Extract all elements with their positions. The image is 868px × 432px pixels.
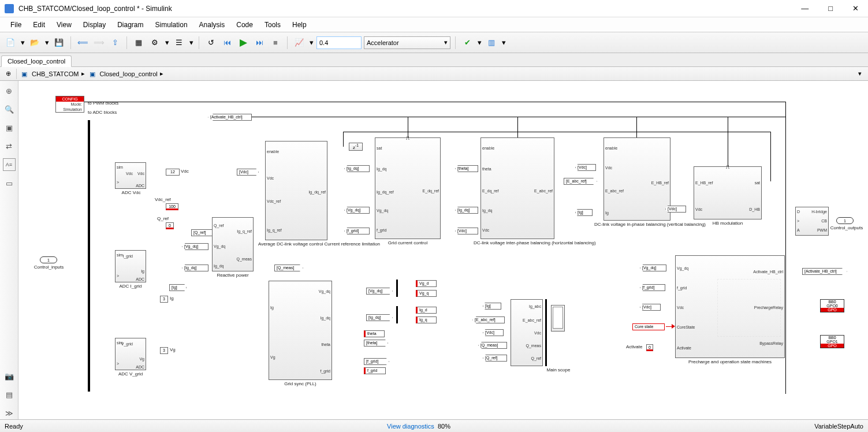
close-button[interactable]: ✕ xyxy=(848,4,863,13)
subsystem-icon: ▣ xyxy=(90,70,98,77)
const-q-ref[interactable]: 0 xyxy=(166,222,174,229)
horiz-balancing-block[interactable]: enable theta E_dq_ref Ig_dq Vdc E_abc_re… xyxy=(480,137,554,239)
dd-4[interactable]: ▾ xyxy=(188,36,194,50)
image-button[interactable]: ▭ xyxy=(3,177,16,189)
menu-diagram[interactable]: Diagram xyxy=(111,21,149,29)
save-button[interactable]: 💾 xyxy=(52,36,66,50)
dd-5[interactable]: ▾ xyxy=(308,36,314,50)
new-model-button[interactable]: 📄 xyxy=(3,36,17,50)
outport-control-outputs[interactable]: 1 xyxy=(836,217,854,224)
goto-q-meas[interactable]: [Q_meas] xyxy=(274,265,303,271)
model-explorer-button[interactable]: ☰ xyxy=(172,36,186,50)
titlebar: CHB_STATCOM/Closed_loop_control * - Simu… xyxy=(0,0,868,17)
window-title: CHB_STATCOM/Closed_loop_control * - Simu… xyxy=(18,5,796,13)
forward-button[interactable]: ⟹ xyxy=(92,36,106,50)
statusbar: Ready View diagnostics 80% VariableStepA… xyxy=(0,419,868,432)
menu-tools[interactable]: Tools xyxy=(259,21,286,29)
sample-time-button[interactable]: ⇄ xyxy=(3,140,16,152)
model-icon: ▣ xyxy=(21,70,29,77)
minimize-button[interactable]: — xyxy=(796,4,813,13)
annotation-button[interactable]: A≡ xyxy=(3,158,16,171)
hbridge-out-block[interactable]: D > A H-bridge CB PWM xyxy=(795,207,829,236)
fit-button[interactable]: ▣ xyxy=(3,121,16,134)
dd-2[interactable]: ▾ xyxy=(44,36,50,50)
breadcrumb-bar: ⊕ ▣CHB_STATCOM▸ ▣Closed_loop_control▸ ▾ xyxy=(0,67,868,81)
vert-balancing-block[interactable]: enable Vdc E_abc_ref Ig E_HB_ref xyxy=(603,137,670,221)
library-browser-button[interactable]: ▦ xyxy=(132,36,146,50)
gain-vg3[interactable]: 3 xyxy=(160,347,168,354)
back-button[interactable]: ⟸ xyxy=(76,36,90,50)
config-block[interactable]: CONFIG Mode: Simulation xyxy=(55,96,84,113)
fast-restart-button[interactable]: ↺ xyxy=(204,36,218,50)
menu-view[interactable]: View xyxy=(51,21,77,29)
zoom-button[interactable]: 🔍 xyxy=(3,103,16,116)
menubar: File Edit View Display Diagram Simulatio… xyxy=(0,17,868,32)
model-config-button[interactable]: ⚙ xyxy=(148,36,162,50)
bb-gpo0[interactable]: BB0GPO0GPO xyxy=(820,299,844,312)
build-button[interactable]: ✔ xyxy=(460,36,474,50)
maximize-button[interactable]: □ xyxy=(824,4,837,13)
from-vg-dq[interactable]: [Vg_dq] xyxy=(182,243,208,250)
step-back-button[interactable]: ⏮ xyxy=(220,36,234,50)
gain-vdc12[interactable]: 12 xyxy=(166,169,180,176)
model-tab[interactable]: Closed_loop_control xyxy=(1,55,72,67)
unit-delay-block[interactable]: z-1 xyxy=(349,143,363,151)
menu-code[interactable]: Code xyxy=(230,21,259,29)
status-ready: Ready xyxy=(5,423,23,430)
scope-mux-block[interactable]: Ig_abc E_abc_ref Vdc Q_meas Q_ref xyxy=(511,299,543,366)
adc-igrid-block[interactable]: sim > I_grid Ig ADC xyxy=(115,250,146,282)
run-button[interactable]: ▶ xyxy=(236,36,250,50)
goto-vdc[interactable]: [Vdc] xyxy=(237,169,259,176)
step-forward-button[interactable]: ⏭ xyxy=(252,36,266,50)
screenshot-button[interactable]: 📷 xyxy=(3,370,16,382)
view-diagnostics-link[interactable]: View diagnostics 80% xyxy=(387,423,450,430)
pll-block[interactable]: Ig Vg Vg_dq Ig_dq theta f_grid xyxy=(269,281,332,380)
data-inspector-button[interactable]: 📈 xyxy=(292,36,306,50)
restore-button[interactable]: ▤ xyxy=(3,388,16,401)
open-button[interactable]: 📂 xyxy=(28,36,42,50)
menu-display[interactable]: Display xyxy=(77,21,111,29)
menu-file[interactable]: File xyxy=(5,21,27,29)
grid-current-control-block[interactable]: sat Ig_dq Ig_dq_ref Vg_dq f_grid E_dq_re… xyxy=(375,137,441,239)
scope-block[interactable] xyxy=(551,305,565,332)
stop-time-input[interactable] xyxy=(316,36,362,49)
reactive-power-block[interactable]: Q_ref Vg_dq Ig_dq Ig_q_ref Q_meas xyxy=(212,217,254,271)
model-canvas[interactable]: CONFIG Mode: Simulation to PWM blocks to… xyxy=(18,81,868,419)
simulation-mode-select[interactable]: Accelerator▾ xyxy=(364,36,450,49)
gain-ig3[interactable]: 3 xyxy=(160,296,168,303)
simulink-logo-icon xyxy=(5,4,14,13)
const-vdc-ref[interactable]: 100 xyxy=(166,203,178,210)
bb-gpo1[interactable]: BB0GPO1GPO xyxy=(820,335,844,348)
hb-modulation-block[interactable]: E_HB_ref Vdc sat D_HB ⎍ xyxy=(694,166,762,219)
palette-sidebar: ⊕ 🔍 ▣ ⇄ A≡ ▭ 📷 ▤ ≫ xyxy=(0,81,18,419)
menu-edit[interactable]: Edit xyxy=(27,21,51,29)
state-machine-block[interactable]: Vg_dq f_grid Vdc CoreState Activate Acti… xyxy=(675,255,785,358)
from-activate-hb[interactable]: [Activate_HB_ctrl] xyxy=(208,114,252,121)
up-button[interactable]: ⇧ xyxy=(108,36,122,50)
dd-6[interactable]: ▾ xyxy=(476,36,482,50)
inport-control-inputs[interactable]: 1 xyxy=(40,256,57,263)
adc-vgrid-block[interactable]: sim > V_grid Vg ADC xyxy=(115,338,146,370)
breadcrumb-root[interactable]: ▣CHB_STATCOM▸ xyxy=(19,70,87,77)
from-ig-dq[interactable]: [Ig_dq] xyxy=(182,265,208,271)
dd-1[interactable]: ▾ xyxy=(20,36,25,50)
dd-3[interactable]: ▾ xyxy=(164,36,170,50)
hide-browser-button[interactable]: ⊕ xyxy=(2,70,14,77)
config-out2: to ADC blocks xyxy=(88,110,117,115)
deploy-button[interactable]: ▥ xyxy=(485,36,498,50)
menu-simulation[interactable]: Simulation xyxy=(150,21,193,29)
breadcrumb-sub[interactable]: ▣Closed_loop_control▸ xyxy=(87,70,166,77)
toolbar: 📄▾ 📂▾ 💾 ⟸ ⟹ ⇧ ▦ ⚙▾ ☰▾ ↺ ⏮ ▶ ⏭ ■ 📈▾ Accel… xyxy=(0,32,868,53)
inport-label: Control_inputs xyxy=(33,265,65,270)
stop-button[interactable]: ■ xyxy=(269,36,282,50)
goto-ig[interactable]: [Ig] xyxy=(169,284,187,291)
adc-vdc-block[interactable]: sim > Vdc Vdc ADC xyxy=(115,162,146,189)
breadcrumb-dropdown[interactable]: ▾ xyxy=(854,70,866,77)
expand-button[interactable]: ≫ xyxy=(3,407,16,419)
dd-7[interactable]: ▾ xyxy=(501,36,506,50)
menu-analysis[interactable]: Analysis xyxy=(193,21,231,29)
avg-dclink-block[interactable]: enable Vdc Vdc_ref Ig_q_ref Ig_dq_ref xyxy=(265,141,327,240)
hide-palette-button[interactable]: ⊕ xyxy=(3,84,16,97)
core-state-block[interactable]: Core state xyxy=(632,323,665,330)
menu-help[interactable]: Help xyxy=(286,21,312,29)
